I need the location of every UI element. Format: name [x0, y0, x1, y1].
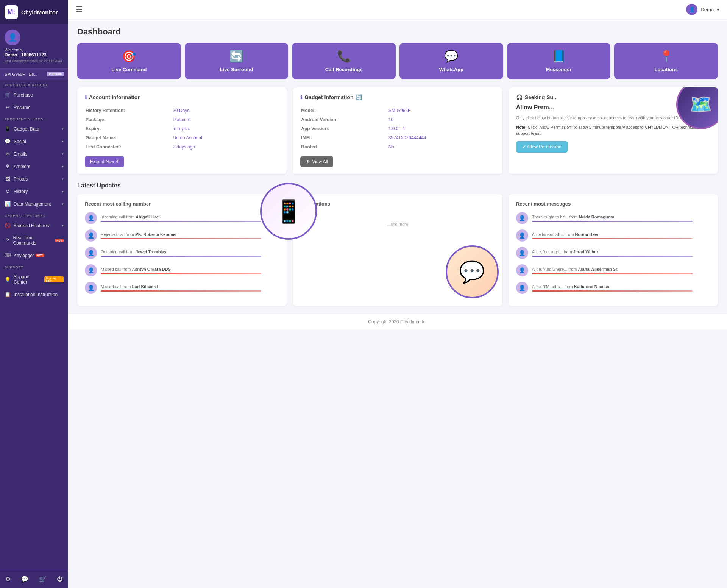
sidebar-item-data-management[interactable]: 📊 Data Management ▾	[0, 198, 68, 210]
label-model: Model:	[301, 106, 387, 115]
account-info-card: ℹ Account Information History Retention:…	[77, 87, 287, 174]
topbar-dropdown-icon[interactable]: ▾	[717, 7, 719, 12]
footer: Copyright 2020 Chyldmonitor	[68, 313, 727, 330]
sidebar: M: ChyldMonitor 👤 Welcome, Demo - 160861…	[0, 0, 68, 588]
call-item-4: 👤 Missed call from Ashtyn O'Hara DDS	[85, 264, 279, 276]
device-bar[interactable]: SM-G965F - De... Platinum	[0, 69, 68, 80]
sidebar-item-social[interactable]: 💬 Social ▾	[0, 135, 68, 148]
value-app-version: 1.0.0 - 1	[388, 125, 494, 133]
chat-icon[interactable]: 💬	[18, 574, 31, 584]
history-icon: ↺	[5, 189, 11, 194]
label-rooted: Rooted	[301, 143, 387, 151]
msg-avatar: 👤	[516, 264, 528, 276]
sidebar-item-photos[interactable]: 🖼 Photos ▾	[0, 173, 68, 185]
sidebar-label-support-center: Support Center	[14, 274, 43, 285]
info-row: ℹ Account Information History Retention:…	[77, 87, 718, 174]
call-item-1: 👤 Incoming call from Abigail Huel	[85, 212, 279, 224]
sidebar-label-purchase: Purchase	[14, 92, 33, 98]
logo-icon: M:	[5, 5, 18, 19]
updates-row: 📱 Recent most calling number 👤 Incoming …	[77, 194, 718, 306]
quick-card-whatsapp[interactable]: 💬 WhatsApp	[399, 43, 503, 79]
view-all-button[interactable]: 👁 View All	[300, 156, 333, 167]
label-imei: IMEI:	[301, 134, 387, 142]
msg-avatar: 👤	[516, 212, 528, 224]
sidebar-item-real-time-commands[interactable]: ⏱ Real Time Commands HOT	[0, 232, 68, 249]
call-bar	[101, 238, 261, 239]
menu-icon[interactable]: ☰	[76, 5, 83, 14]
sidebar-item-installation[interactable]: 📋 Installation Instruction	[0, 288, 68, 301]
section-support: SUPPORT	[0, 262, 68, 271]
extend-now-button[interactable]: Extend Now ₹	[85, 156, 124, 167]
coming-soon-badge: Coming Soon	[44, 276, 64, 282]
content-area: Dashboard 🎯 Live Command 🔄 Live Surround…	[68, 19, 727, 313]
section-frequently-used: FREQUENTLY USED	[0, 114, 68, 123]
refresh-icon[interactable]: 🔄	[356, 94, 362, 100]
chevron-down-icon: ▾	[62, 152, 64, 156]
settings-icon[interactable]: ⚙	[2, 574, 14, 584]
chevron-down-icon: ▾	[62, 224, 64, 228]
sidebar-label-gadget-data: Gadget Data	[14, 126, 39, 132]
keylogger-icon: ⌨	[5, 253, 11, 258]
cart-icon[interactable]: 🛒	[36, 574, 50, 584]
sidebar-item-purchase[interactable]: 🛒 Purchase	[0, 89, 68, 101]
user-info: 👤 Welcome, Demo - 1608611723 Last Connec…	[0, 24, 68, 69]
msg-item-3: 👤 Alice; 'but a gri... from Jerad Weber	[516, 247, 710, 259]
msg-avatar: 👤	[516, 229, 528, 242]
power-icon[interactable]: ⏻	[54, 574, 66, 584]
value-android-version: 10	[388, 115, 494, 124]
device-name: SM-G965F - De...	[5, 72, 37, 76]
chevron-down-icon: ▾	[62, 140, 64, 143]
sidebar-label-social: Social	[14, 139, 26, 144]
call-avatar: 👤	[85, 247, 97, 259]
note-label: Note:	[516, 125, 527, 129]
call-text: Missed call from Ashtyn O'Hara DDS	[101, 267, 279, 271]
last-connected: Last Connected: 2020-12-22 11:53:43	[5, 59, 64, 63]
quick-links: 🎯 Live Command 🔄 Live Surround 📞 Call Re…	[77, 43, 718, 79]
note-text: Click "Allow Permission" to allow 5 minu…	[516, 125, 696, 136]
value-imei: 357412076444444	[388, 134, 494, 142]
chevron-down-icon: ▾	[62, 202, 64, 206]
msg-info: Alice looked all ... from Norma Beer	[532, 232, 710, 239]
sidebar-item-history[interactable]: ↺ History ▾	[0, 185, 68, 198]
sidebar-item-support-center[interactable]: 💡 Support Center Coming Soon	[0, 271, 68, 288]
sidebar-item-gadget-data[interactable]: 📱 Gadget Data ▾	[0, 123, 68, 135]
quick-card-live-surround[interactable]: 🔄 Live Surround	[185, 43, 289, 79]
value-rooted: No	[388, 143, 494, 151]
messenger-icon: 📘	[552, 50, 566, 63]
msg-avatar: 👤	[516, 282, 528, 294]
msg-info: Alice; 'but a gri... from Jerad Weber	[532, 250, 710, 257]
footer-text: Copyright 2020 Chyldmonitor	[368, 319, 427, 324]
sidebar-item-keylogger[interactable]: ⌨ Keylogger HOT	[0, 249, 68, 262]
app-name: ChyldMonitor	[21, 9, 58, 16]
label-gadget-name: Gadget Name:	[86, 134, 172, 142]
info-icon-gadget: ℹ	[300, 94, 302, 100]
topbar-right: 👤 Demo ▾	[686, 4, 719, 15]
sidebar-item-resume[interactable]: ↩ Resume	[0, 101, 68, 114]
msg-item-4: 👤 Alice. 'And where... from Alana Wilder…	[516, 264, 710, 276]
phone-illustration: 📱	[260, 183, 317, 240]
social-icon: 💬	[5, 139, 11, 144]
quick-card-messenger[interactable]: 📘 Messenger	[507, 43, 611, 79]
quick-card-call-recordings[interactable]: 📞 Call Recordings	[292, 43, 396, 79]
quick-card-live-command[interactable]: 🎯 Live Command	[77, 43, 181, 79]
label-last-connected: Last Connected:	[86, 143, 172, 151]
permission-card: 🗺️ 🎧 Seeking Su... Allow Perm... Only cl…	[509, 87, 718, 174]
live-surround-icon: 🔄	[229, 50, 243, 63]
sidebar-item-ambient[interactable]: 🎙 Ambient ▾	[0, 160, 68, 173]
call-bar	[101, 256, 261, 257]
call-item-3: 👤 Outgoing call from Jewel Tremblay	[85, 247, 279, 259]
installation-icon: 📋	[5, 292, 11, 297]
info-icon-account: ℹ	[85, 94, 87, 100]
sidebar-label-data-management: Data Management	[14, 201, 51, 207]
sidebar-label-history: History	[14, 189, 28, 194]
allow-permission-button[interactable]: ✔ Allow Permission	[516, 141, 568, 153]
account-info-title: ℹ Account Information	[85, 94, 279, 100]
sidebar-item-blocked-features[interactable]: 🚫 Blocked Features ▾	[0, 219, 68, 232]
sidebar-logo: M: ChyldMonitor	[0, 0, 68, 24]
topbar-user-label: Demo	[700, 7, 714, 12]
call-avatar: 👤	[85, 212, 97, 224]
value-last-connected: 2 days ago	[173, 143, 278, 151]
sidebar-label-photos: Photos	[14, 176, 28, 182]
quick-card-locations[interactable]: 📍 Locations	[614, 43, 718, 79]
sidebar-item-emails[interactable]: ✉ Emails ▾	[0, 148, 68, 160]
